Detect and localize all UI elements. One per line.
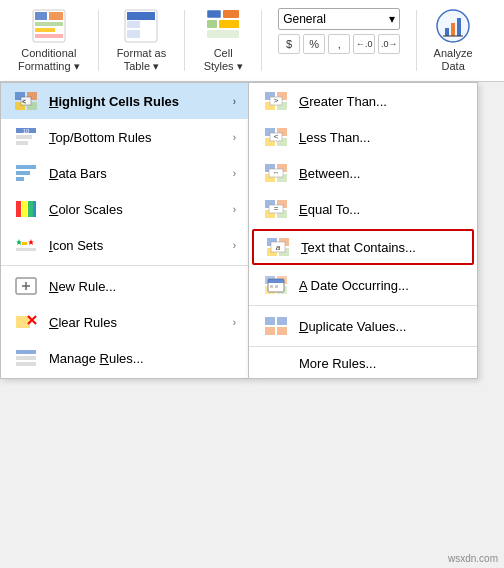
format-as-table-button[interactable]: Format asTable ▾ [107, 4, 177, 77]
svg-rect-94 [277, 327, 287, 335]
svg-rect-37 [22, 201, 27, 217]
svg-rect-38 [28, 201, 33, 217]
conditional-formatting-icon [29, 8, 69, 45]
ribbon-divider-4 [416, 10, 417, 71]
svg-marker-42 [28, 239, 34, 245]
colorscales-label: Color Scales [49, 202, 223, 217]
right-menu-item-textcontains[interactable]: a Text that Contains... [252, 229, 474, 265]
number-format-dropdown-row: General ▾ [278, 8, 400, 30]
svg-rect-20 [451, 23, 455, 36]
right-menu-item-lessthan[interactable]: < Less Than... [249, 119, 477, 155]
svg-rect-47 [16, 316, 30, 328]
databars-icon [13, 162, 39, 184]
comma-button[interactable]: , [328, 34, 350, 54]
percent-button[interactable]: % [303, 34, 325, 54]
increase-decimal-button[interactable]: .0→ [378, 34, 400, 54]
svg-rect-11 [142, 30, 155, 38]
textcontains-icon: a [265, 236, 291, 258]
svg-rect-90 [275, 285, 278, 288]
svg-rect-43 [16, 248, 36, 251]
svg-text:>: > [274, 96, 279, 105]
managerules-icon [13, 347, 39, 369]
iconsets-arrow: › [233, 240, 236, 251]
number-format-group: General ▾ $ % , ←.0 .0→ [270, 4, 408, 77]
right-menu: > Greater Than... < Less Than... [248, 82, 478, 379]
highlight-label: Highlight Cells Rules [49, 94, 223, 109]
svg-rect-21 [457, 18, 461, 36]
number-format-dropdown[interactable]: General ▾ [278, 8, 400, 30]
lessthan-icon: < [263, 126, 289, 148]
ribbon: ConditionalFormatting ▾ Format asTable ▾ [0, 0, 504, 82]
svg-rect-34 [16, 171, 30, 175]
more-rules-item[interactable]: More Rules... [249, 349, 477, 378]
svg-rect-16 [207, 30, 239, 38]
greaterthan-label: Greater Than... [299, 94, 387, 109]
cell-styles-button[interactable]: CellStyles ▾ [193, 4, 253, 77]
greaterthan-icon: > [263, 90, 289, 112]
dropdown-arrow-icon: ▾ [389, 12, 395, 26]
duplicatevalues-label: Duplicate Values... [299, 319, 406, 334]
conditional-formatting-button[interactable]: ConditionalFormatting ▾ [8, 4, 90, 77]
colorscales-icon [13, 198, 39, 220]
decrease-decimal-button[interactable]: ←.0 [353, 34, 375, 54]
svg-text:a: a [276, 243, 281, 252]
menu-item-iconsets[interactable]: Icon Sets › [1, 227, 248, 263]
svg-rect-33 [16, 165, 36, 169]
more-rules-label: More Rules... [299, 356, 376, 371]
svg-rect-36 [16, 201, 21, 217]
analyze-data-icon [433, 8, 473, 45]
menu-item-managerules[interactable]: Manage Rules... [1, 340, 248, 376]
menu-item-colorscales[interactable]: Color Scales › [1, 191, 248, 227]
format-as-table-label: Format asTable ▾ [117, 47, 167, 73]
analyze-data-label: AnalyzeData [434, 47, 473, 73]
menu-item-highlight[interactable]: < Highlight Cells Rules › [1, 83, 248, 119]
svg-rect-12 [207, 10, 221, 18]
dollar-button[interactable]: $ [278, 34, 300, 54]
between-icon: ↔ [263, 162, 289, 184]
newrule-icon [13, 275, 39, 297]
ribbon-divider-2 [184, 10, 185, 71]
highlight-icon: < [13, 90, 39, 112]
svg-rect-31 [16, 135, 32, 139]
svg-rect-32 [16, 141, 28, 145]
right-menu-item-equalto[interactable]: = Equal To... [249, 191, 477, 227]
right-menu-item-adateoccurring[interactable]: A Date Occurring... [249, 267, 477, 303]
format-as-table-icon [121, 8, 161, 45]
right-menu-item-duplicatevalues[interactable]: Duplicate Values... [249, 308, 477, 344]
svg-text:↔: ↔ [273, 169, 280, 176]
svg-text:<: < [22, 98, 26, 105]
menu-item-topbottom[interactable]: 10 Top/Bottom Rules › [1, 119, 248, 155]
svg-rect-50 [16, 350, 36, 354]
svg-rect-51 [16, 356, 36, 360]
decrease-decimal-icon: ←.0 [356, 40, 373, 49]
svg-rect-2 [49, 12, 63, 20]
adateoccurring-icon [263, 274, 289, 296]
svg-rect-14 [207, 20, 217, 28]
number-format-buttons: $ % , ←.0 .0→ [278, 34, 400, 54]
number-format-value: General [283, 12, 326, 26]
topbottom-arrow: › [233, 132, 236, 143]
svg-rect-19 [445, 28, 449, 36]
svg-rect-52 [16, 362, 36, 366]
svg-rect-89 [270, 285, 273, 288]
svg-rect-93 [265, 327, 275, 335]
clearrules-arrow: › [233, 317, 236, 328]
managerules-label: Manage Rules... [49, 351, 236, 366]
percent-icon: % [309, 38, 319, 50]
svg-rect-13 [223, 10, 239, 18]
increase-decimal-icon: .0→ [381, 40, 398, 49]
ribbon-divider-3 [261, 10, 262, 71]
svg-rect-39 [33, 201, 36, 217]
right-menu-item-greaterthan[interactable]: > Greater Than... [249, 83, 477, 119]
right-menu-item-between[interactable]: ↔ Between... [249, 155, 477, 191]
conditional-formatting-label: ConditionalFormatting ▾ [18, 47, 80, 73]
analyze-data-button[interactable]: AnalyzeData [425, 4, 481, 77]
svg-rect-9 [142, 21, 155, 28]
menu-item-databars[interactable]: Data Bars › [1, 155, 248, 191]
highlight-arrow: › [233, 96, 236, 107]
svg-rect-41 [22, 242, 27, 245]
colorscales-arrow: › [233, 204, 236, 215]
svg-marker-40 [16, 239, 22, 245]
menu-item-newrule[interactable]: New Rule... [1, 268, 248, 304]
menu-item-clearrules[interactable]: Clear Rules › [1, 304, 248, 340]
